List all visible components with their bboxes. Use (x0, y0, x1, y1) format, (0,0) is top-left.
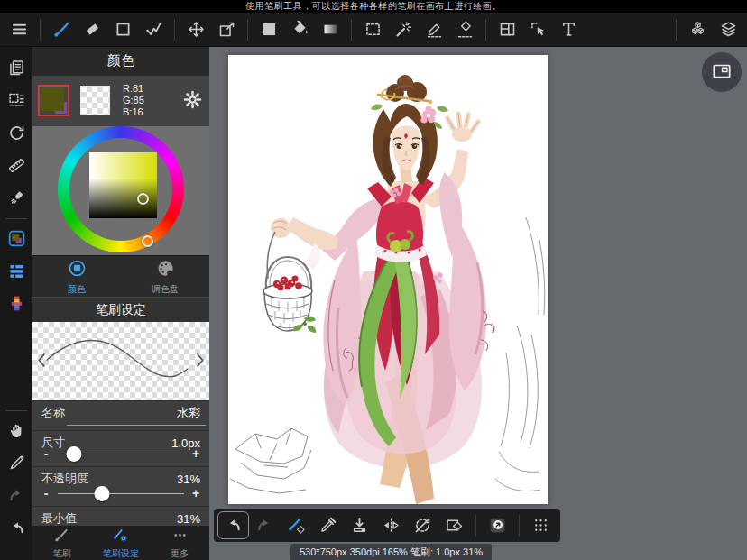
tab-brush-settings[interactable]: 笔刷设定 (91, 526, 150, 560)
reset-rotation-button[interactable] (407, 511, 438, 539)
bucket-icon (290, 20, 309, 39)
foreground-color-swatch[interactable] (38, 85, 69, 116)
color-settings-button[interactable] (181, 88, 204, 114)
undo-icon (224, 516, 243, 535)
rotate-reset-icon (7, 124, 26, 142)
gear-icon (181, 88, 204, 114)
tab-color[interactable]: 颜色 (32, 256, 121, 298)
navigator-toggle-button[interactable] (702, 52, 742, 92)
size-slider-track[interactable] (58, 454, 184, 455)
tab-label: 颜色 (68, 283, 86, 296)
canvas-bottom-toolbar (214, 509, 560, 542)
redo-icon (255, 516, 274, 535)
tool-gradient[interactable] (315, 15, 346, 44)
select-eraser-icon (456, 20, 475, 39)
status-bar: 530*750px 350dpi 165% 笔刷: 1.0px 31% (290, 544, 492, 560)
brush-size-slider: - + (40, 445, 202, 463)
rail-select-menu[interactable] (2, 85, 31, 115)
app-window: 使用笔刷工具，可以选择各种各样的笔刷在画布上进行绘画。 颜色 R:81 G:85… (0, 0, 747, 560)
paint-canvas[interactable] (228, 55, 548, 504)
eyedropper-button[interactable] (312, 511, 344, 539)
export-image-button[interactable] (482, 511, 513, 539)
clear-canvas-button[interactable] (438, 511, 470, 539)
toolbar-divider (475, 515, 476, 537)
opacity-slider-track[interactable] (58, 493, 184, 495)
tab-brush-gear-icon (112, 527, 129, 547)
tool-transform[interactable] (211, 15, 242, 44)
tool-polyline[interactable] (138, 15, 169, 44)
save-button[interactable] (344, 511, 375, 539)
tab-palette[interactable]: 调色盘 (121, 256, 209, 298)
rail-ruler[interactable] (2, 150, 31, 180)
tab-brush-icon (53, 527, 70, 547)
tool-select-rect[interactable] (357, 15, 388, 44)
toolbar-divider (351, 19, 352, 41)
tab-brush-list[interactable]: 笔刷 (32, 526, 91, 560)
transparent-color-swatch[interactable] (80, 86, 110, 115)
size-increase-button[interactable]: + (189, 445, 202, 463)
saturation-value-square[interactable] (89, 152, 157, 218)
tool-material[interactable] (682, 15, 713, 44)
opacity-decrease-button[interactable]: - (40, 484, 52, 502)
opacity-increase-button[interactable]: + (189, 484, 202, 502)
rail-rotate-reset[interactable] (2, 117, 31, 148)
tool-select-eraser[interactable] (449, 15, 480, 44)
select-menu-icon (7, 91, 26, 110)
move-icon (187, 20, 206, 39)
brush-name-label: 名称 (42, 405, 65, 421)
size-slider-knob[interactable] (67, 446, 82, 462)
rail-undo[interactable] (2, 512, 31, 543)
opacity-slider-knob[interactable] (95, 486, 110, 501)
rail-hand[interactable] (2, 415, 31, 445)
next-brush-button[interactable] (189, 350, 209, 372)
tip-bar: 使用笔刷工具，可以选择各种各样的笔刷在画布上进行绘画。 (0, 0, 747, 13)
stylus-icon (7, 454, 26, 473)
polyline-icon (144, 20, 163, 39)
toolbar-drag-handle[interactable] (525, 511, 557, 539)
tool-text[interactable] (553, 15, 584, 44)
undo-icon (7, 519, 26, 537)
navigator-icon (710, 60, 733, 86)
rail-layer-list[interactable] (2, 255, 31, 286)
brush-opacity-row: 不透明度 31% - + (32, 466, 209, 506)
tool-operation[interactable] (522, 15, 553, 44)
clear-icon (445, 516, 464, 535)
rail-redo[interactable] (2, 480, 31, 510)
canvas-redo-button[interactable] (249, 511, 281, 539)
hue-selector[interactable] (142, 235, 153, 247)
rail-color-chip[interactable] (2, 223, 31, 253)
tool-fill-rect[interactable] (254, 15, 284, 44)
tool-brush[interactable] (46, 15, 77, 44)
menu-button[interactable] (4, 15, 34, 44)
brush-min-row: 最小值 31% (32, 506, 209, 526)
tool-eraser[interactable] (77, 15, 107, 44)
brush-name-value[interactable]: 水彩 (177, 405, 200, 421)
rail-stylus[interactable] (2, 447, 31, 478)
tool-magic-wand[interactable] (388, 15, 419, 44)
canvas-undo-button[interactable] (217, 511, 249, 539)
tool-shape-rect[interactable] (107, 15, 138, 44)
tab-label: 调色盘 (152, 283, 179, 296)
rail-palette[interactable] (2, 288, 31, 318)
menu-icon (10, 20, 29, 39)
tool-bucket[interactable] (284, 15, 315, 44)
rail-pages[interactable] (2, 52, 31, 83)
cube-icon (688, 20, 707, 39)
flip-canvas-button[interactable] (375, 511, 407, 539)
chevron-right-icon (189, 350, 209, 372)
tool-divide-canvas[interactable] (492, 15, 522, 44)
size-decrease-button[interactable]: - (40, 445, 52, 463)
tool-select-pen[interactable] (419, 15, 449, 44)
tab-more[interactable]: 更多 (151, 526, 209, 560)
color-panel-title: 颜色 (32, 47, 209, 76)
toolbar-divider (485, 19, 486, 41)
sv-selector[interactable] (137, 193, 149, 205)
brush-eraser-toggle[interactable] (281, 511, 312, 539)
prev-brush-button[interactable] (32, 350, 52, 372)
redo-icon (7, 486, 26, 505)
layers-panel-button[interactable] (713, 15, 743, 44)
tool-move[interactable] (180, 15, 211, 44)
rail-airbrush[interactable] (2, 182, 31, 213)
left-rail (0, 47, 32, 560)
toolbar-divider (676, 19, 677, 41)
